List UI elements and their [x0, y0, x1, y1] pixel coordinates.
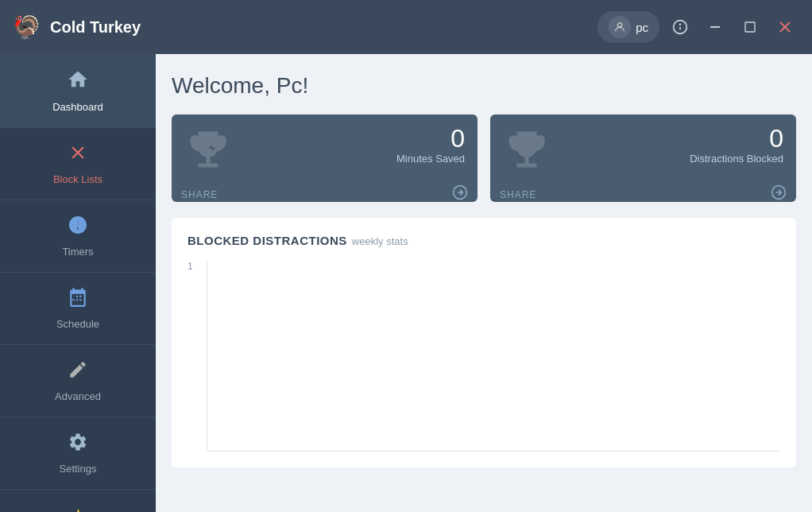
sidebar-label-settings: Settings — [60, 463, 97, 475]
blocked-title: BLOCKED DISTRACTIONS — [188, 234, 347, 247]
arrow-icon-minutes[interactable] — [452, 184, 468, 202]
advanced-icon — [68, 359, 88, 386]
stats-cards: 0 Minutes Saved SHARE — [172, 114, 796, 202]
sidebar-label-advanced: Advanced — [55, 390, 101, 402]
settings-icon — [68, 432, 88, 458]
sidebar-item-timers[interactable]: Timers — [0, 200, 156, 273]
card-body-minutes: 0 Minutes Saved — [172, 114, 478, 180]
share-label-distractions[interactable]: SHARE — [500, 189, 536, 200]
sidebar-label-dashboard: Dashboard — [52, 101, 103, 113]
chart-canvas — [207, 261, 780, 452]
distractions-count: 0 — [690, 126, 783, 151]
upgrade-icon: ★ — [68, 504, 88, 512]
welcome-title: Welcome, Pc! — [172, 73, 796, 99]
minimize-button[interactable] — [701, 13, 729, 41]
content-area: Welcome, Pc! 0 Minutes Saved — [156, 54, 812, 512]
distractions-label: Distractions Blocked — [690, 153, 783, 165]
titlebar: 🦃 Cold Turkey pc — [0, 0, 812, 54]
dashboard-icon — [67, 68, 89, 96]
trophy-icon-distractions — [503, 126, 551, 180]
sidebar-item-blocklists[interactable]: Block Lists — [0, 128, 156, 200]
sidebar-item-schedule[interactable]: Schedule — [0, 273, 156, 345]
chart-area: 1 — [188, 261, 780, 452]
minutes-count: 0 — [396, 126, 465, 151]
app-logo: 🦃 — [13, 14, 41, 41]
info-button[interactable] — [666, 13, 694, 41]
schedule-icon — [68, 287, 88, 313]
titlebar-left: 🦃 Cold Turkey — [13, 14, 141, 41]
app-title: Cold Turkey — [50, 18, 141, 37]
sidebar-label-schedule: Schedule — [56, 318, 99, 330]
close-button[interactable] — [771, 13, 799, 41]
minutes-saved-card: 0 Minutes Saved SHARE — [172, 114, 478, 202]
arrow-icon-distractions[interactable] — [771, 184, 787, 202]
blocklists-icon — [68, 142, 88, 169]
sidebar-label-timers: Timers — [62, 246, 93, 258]
svg-rect-5 — [745, 22, 755, 32]
blocked-header: BLOCKED DISTRACTIONSweekly stats — [188, 234, 780, 248]
minutes-values: 0 Minutes Saved — [396, 126, 465, 165]
distractions-blocked-card: 0 Distractions Blocked SHARE — [490, 114, 796, 202]
share-label-minutes[interactable]: SHARE — [181, 189, 218, 200]
distractions-values: 0 Distractions Blocked — [690, 126, 783, 165]
minutes-label: Minutes Saved — [396, 153, 465, 165]
sidebar-label-blocklists: Block Lists — [53, 173, 102, 185]
blocked-section: BLOCKED DISTRACTIONSweekly stats 1 — [172, 218, 796, 467]
sidebar-item-dashboard[interactable]: Dashboard — [0, 54, 156, 128]
user-icon — [609, 16, 631, 38]
blocked-subtitle: weekly stats — [352, 235, 408, 247]
trophy-icon-minutes — [184, 126, 232, 180]
sidebar-item-advanced[interactable]: Advanced — [0, 345, 156, 417]
card-body-distractions: 0 Distractions Blocked — [490, 114, 796, 180]
card-footer-distractions: SHARE — [490, 180, 796, 202]
maximize-button[interactable] — [736, 13, 764, 41]
chart-y-label: 1 — [188, 261, 193, 272]
timers-icon — [68, 215, 88, 241]
sidebar-item-settings[interactable]: Settings — [0, 417, 156, 490]
titlebar-right: pc — [597, 11, 799, 43]
svg-point-0 — [617, 23, 621, 27]
username-label: pc — [636, 21, 648, 34]
main-layout: Dashboard Block Lists Timers — [0, 54, 812, 512]
sidebar-item-upgrade[interactable]: ★ Upgrade — [0, 490, 156, 512]
sidebar: Dashboard Block Lists Timers — [0, 54, 156, 512]
card-footer-minutes: SHARE — [172, 180, 478, 202]
user-badge[interactable]: pc — [597, 11, 659, 43]
